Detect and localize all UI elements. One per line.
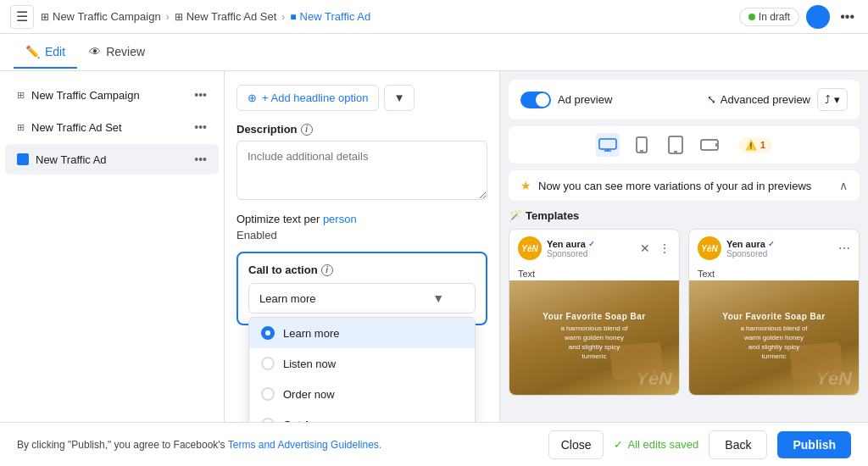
footer: By clicking "Publish," you agree to Face… [0,422,868,466]
dropdown-item-learn-more[interactable]: Learn more [249,318,475,348]
campaign-label: New Traffic Campaign [53,10,161,23]
back-btn[interactable]: Back [709,430,767,459]
radio-listen-now [261,357,275,370]
soap-title-2: Your Favorite Soap Bar [722,312,825,321]
device-desktop-icon[interactable] [596,133,620,157]
banner-collapse-icon[interactable]: ∧ [839,179,848,192]
edit-tab-label: Edit [45,45,65,58]
left-sidebar: ⊞ New Traffic Campaign ••• ⊞ New Traffic… [0,71,225,422]
adset-more-icon[interactable]: ••• [194,120,207,134]
info-banner-text: Now you can see more variations of your … [538,180,811,192]
ad-type-label-2: Text [689,267,859,280]
close-btn[interactable]: Close [548,430,604,459]
adset-sidebar-icon: ⊞ [17,122,25,133]
soap-desc-2: a harmonious blend of warm golden honey … [740,324,808,362]
optimize-row: Optimize text per person [236,213,487,225]
card-1-close-icon[interactable]: ✕ [640,241,650,255]
warning-badge: ⚠️ 1 [738,137,772,153]
device-bar: ⚠️ 1 [509,126,860,164]
ad-card-1: YèN Yen aura ✓ Sponsored ✕ ⋮ Text [509,229,680,396]
form-area: ⊕ + Add headline option ▼ Description i … [225,71,500,422]
optimize-link[interactable]: person [323,213,357,225]
card-1-menu-icon[interactable]: ⋮ [659,241,670,255]
tab-review[interactable]: 👁 Review [77,36,157,69]
tab-edit[interactable]: ✏️ Edit [14,36,77,69]
campaign-nav-item[interactable]: ⊞ New Traffic Campaign [41,10,161,23]
ad-preview-toggle-group: Ad preview [520,92,612,108]
ad-card-2-header: YèN Yen aura ✓ Sponsored ⋯ [689,230,859,267]
adset-nav-item[interactable]: ⊞ New Traffic Ad Set [175,10,277,23]
verified-check-2: ✓ [768,240,775,248]
sidebar-toggle-btn[interactable]: ☰ [10,5,34,29]
adset-label: New Traffic Ad Set [186,10,277,23]
sidebar-item-campaign[interactable]: ⊞ New Traffic Campaign ••• [5,80,219,110]
device-tablet-icon[interactable] [664,133,687,157]
terms-link[interactable]: Terms and Advertising Guidelines. [228,439,381,451]
publish-btn[interactable]: Publish [777,431,851,458]
star-icon: ★ [520,179,531,192]
ad-preview-toggle[interactable] [520,92,551,108]
dropdown-item-order-now[interactable]: Order now [249,379,475,409]
main-content: ⊞ New Traffic Campaign ••• ⊞ New Traffic… [0,71,868,422]
ad-square-icon: ■ [290,11,296,23]
label-order-now: Order now [283,388,335,401]
magic-wand-icon: 🪄 [509,209,522,222]
save-status: ✓ All edits saved [614,438,698,451]
description-input[interactable] [236,141,487,200]
adset-grid-icon: ⊞ [175,11,183,23]
ad-card-1-header: YèN Yen aura ✓ Sponsored ✕ ⋮ [509,230,679,267]
plus-icon: ⊕ [248,92,257,104]
disclaimer-text: By clicking "Publish," you agree to Face… [17,439,225,451]
cta-info-icon[interactable]: i [321,264,333,276]
soap-text-2: Your Favorite Soap Bar a harmonious blen… [722,312,825,364]
description-label: Description i [236,123,487,136]
advanced-preview-group: ⤡ Advanced preview ⤴ ▾ [707,88,848,111]
card-2-menu-icon[interactable]: ⋯ [838,241,850,255]
checkmark-icon: ✓ [614,438,623,451]
brand-logo-2: YèN [698,236,721,260]
avatar[interactable] [806,5,830,29]
campaign-grid-icon: ⊞ [41,11,49,23]
cta-label: Call to action i [248,264,476,276]
svg-rect-0 [599,139,616,149]
preview-area: Ad preview ⤡ Advanced preview ⤴ ▾ [500,71,868,422]
soap-desc-1: a harmonious blend of warm golden honey … [560,324,628,362]
brand-name-1: Yen aura ✓ [547,239,635,249]
brand-logo-1: YèN [518,236,542,260]
ad-type-label-1: Text [509,267,679,280]
sidebar-adset-label: New Traffic Ad Set [31,121,187,134]
advanced-preview-label: Advanced preview [721,93,810,106]
campaign-more-icon[interactable]: ••• [194,88,207,102]
device-landscape-icon[interactable] [698,133,721,157]
dropdown-item-get-access[interactable]: Get Access [249,409,475,422]
add-headline-btn[interactable]: ⊕ + Add headline option [236,85,379,111]
ad-nav-item[interactable]: ■ New Traffic Ad [290,10,370,23]
status-badge: In draft [739,8,799,26]
radio-get-access [261,418,275,422]
svg-rect-7 [701,140,718,150]
cta-select-wrapper: Learn more ▼ Learn more Listen now [248,283,476,313]
edit-review-tabs: ✏️ Edit 👁 Review [0,34,868,71]
cta-select-field[interactable]: Learn more ▼ [248,283,476,313]
sidebar-item-ad[interactable]: New Traffic Ad ••• [5,144,219,175]
sidebar-item-adset[interactable]: ⊞ New Traffic Ad Set ••• [5,112,219,142]
breadcrumb: ⊞ New Traffic Campaign › ⊞ New Traffic A… [41,10,370,23]
status-dot [748,14,755,20]
verified-check-1: ✓ [588,240,595,248]
dropdown-arrow-btn[interactable]: ▼ [384,85,414,111]
label-learn-more: Learn more [283,327,339,340]
radio-order-now [261,387,275,401]
soap-text-1: Your Favorite Soap Bar a harmonious blen… [542,312,645,364]
info-banner-content: ★ Now you can see more variations of you… [520,179,811,192]
ad-more-icon[interactable]: ••• [194,153,207,166]
description-info-icon[interactable]: i [301,124,313,136]
dropdown-item-listen-now[interactable]: Listen now [249,348,475,379]
breadcrumb-separator-2: › [281,11,285,23]
advanced-preview-btn[interactable]: ⤡ Advanced preview [707,93,810,106]
share-btn[interactable]: ⤴ ▾ [817,88,848,111]
ad-label: New Traffic Ad [300,10,371,23]
more-options-btn[interactable]: ••• [837,6,858,28]
top-nav: ☰ ⊞ New Traffic Campaign › ⊞ New Traffic… [0,0,868,34]
device-mobile-tall-icon[interactable] [630,133,654,157]
status-text: In draft [759,11,790,23]
